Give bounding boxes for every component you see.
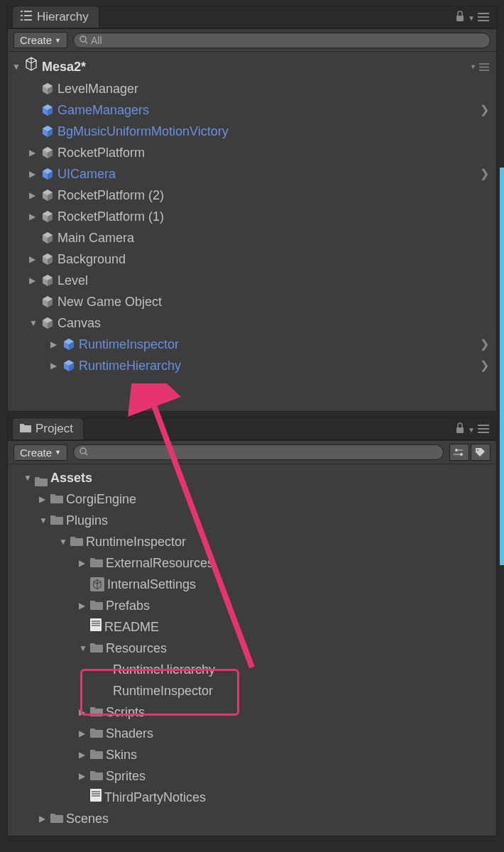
scene-header[interactable]: ▼ Mesa2* ▼	[9, 55, 495, 78]
folder-icon	[90, 639, 103, 657]
hierarchy-item[interactable]: ▶ RuntimeInspector ❯	[9, 334, 495, 355]
hierarchy-item[interactable]: ▶ RocketPlatform (1)	[9, 206, 495, 227]
fold-toggle[interactable]: ▶	[29, 165, 38, 183]
item-label: Resources	[106, 639, 167, 657]
project-panel: Project ▼ Create ▼	[7, 417, 497, 836]
project-item[interactable]: ▶ Skins	[9, 744, 495, 765]
lock-icon[interactable]	[455, 11, 465, 25]
fold-toggle[interactable]: ▶	[79, 767, 87, 785]
project-item[interactable]: InternalSettings	[9, 574, 495, 595]
project-item[interactable]: README	[9, 616, 495, 638]
filter-by-label-button[interactable]	[471, 444, 491, 461]
fold-toggle[interactable]: ▶	[29, 271, 38, 290]
project-item[interactable]: ThirdPartyNotices	[9, 787, 495, 808]
project-item[interactable]: ▼ RuntimeInspector	[9, 531, 495, 552]
create-button[interactable]: Create ▼	[13, 444, 67, 461]
item-label: Sprites	[106, 767, 146, 785]
hierarchy-item[interactable]: ▶ RocketPlatform	[9, 142, 495, 163]
gameobject-icon	[40, 146, 55, 160]
gameobject-icon	[40, 252, 55, 266]
item-label: RuntimeInspector	[113, 682, 213, 700]
project-tab[interactable]: Project	[12, 417, 84, 439]
gameobject-icon	[40, 167, 55, 181]
hierarchy-item[interactable]: ▶ RuntimeHierarchy ❯	[9, 355, 495, 376]
hierarchy-item[interactable]: LevelManager	[9, 78, 495, 99]
fold-toggle[interactable]: ▼	[79, 639, 87, 657]
fold-toggle[interactable]: ▶	[79, 746, 87, 764]
dropdown-arrow-icon[interactable]: ▼	[468, 14, 475, 22]
project-item[interactable]: ▶ Sprites	[9, 765, 495, 787]
hierarchy-item[interactable]: ▶ RocketPlatform (2)	[9, 185, 495, 206]
fold-toggle[interactable]: ▶	[29, 186, 38, 204]
fold-toggle[interactable]: ▼	[39, 511, 48, 530]
hierarchy-panel: Hierarchy ▼ Create ▼ All ▼	[7, 6, 497, 412]
item-label: Scripts	[106, 703, 145, 721]
assets-root[interactable]: ▼ Assets	[9, 467, 495, 488]
fold-toggle[interactable]: ▼	[12, 58, 21, 76]
hierarchy-item[interactable]: Main Camera	[9, 227, 495, 248]
project-item[interactable]: ▶ Shaders	[9, 723, 495, 744]
fold-toggle[interactable]: ▶	[29, 143, 38, 162]
hierarchy-tab[interactable]: Hierarchy	[12, 6, 99, 28]
hierarchy-item[interactable]: ▶ UICamera ❯	[9, 163, 495, 185]
create-button[interactable]: Create ▼	[13, 32, 67, 48]
chevron-right-icon[interactable]: ❯	[480, 335, 489, 354]
hierarchy-item[interactable]: GameManagers ❯	[9, 99, 495, 121]
project-item[interactable]: ▶ Scenes	[9, 808, 495, 829]
item-label: Skins	[106, 746, 137, 764]
gameobject-icon	[40, 273, 55, 288]
hierarchy-item[interactable]: ▶ Level	[9, 270, 495, 291]
project-item[interactable]: RuntimeInspector	[9, 680, 495, 701]
project-item[interactable]: ▶ CorgiEngine	[9, 488, 495, 510]
panel-menu-icon[interactable]	[478, 11, 489, 24]
chevron-right-icon[interactable]: ❯	[480, 101, 489, 119]
filter-by-type-button[interactable]	[449, 444, 469, 461]
fold-toggle[interactable]: ▶	[79, 703, 87, 721]
svg-point-3	[80, 448, 86, 454]
item-label: CorgiEngine	[66, 490, 136, 508]
chevron-right-icon[interactable]: ❯	[480, 165, 489, 183]
hierarchy-icon	[20, 10, 33, 24]
dropdown-arrow-icon[interactable]: ▼	[468, 426, 475, 434]
fold-toggle[interactable]: ▶	[29, 250, 38, 268]
project-item[interactable]: ▼ Resources	[9, 638, 495, 659]
menu-icon[interactable]	[479, 58, 489, 76]
item-label: Main Camera	[57, 229, 134, 247]
search-icon	[80, 35, 88, 46]
fold-toggle[interactable]: ▶	[29, 207, 38, 226]
chevron-right-icon[interactable]: ❯	[480, 356, 489, 375]
fold-toggle[interactable]: ▼	[23, 469, 32, 487]
fold-toggle[interactable]: ▶	[39, 809, 48, 828]
gameobject-icon	[40, 82, 55, 96]
fold-toggle[interactable]: ▼	[59, 532, 67, 551]
hierarchy-tab-row: Hierarchy ▼	[8, 6, 496, 29]
project-item[interactable]: ▶ Prefabs	[9, 595, 495, 616]
panel-menu-icon[interactable]	[478, 423, 489, 436]
gameobject-icon	[40, 295, 55, 309]
hierarchy-item[interactable]: ▶ Background	[9, 248, 495, 270]
fold-toggle[interactable]: ▶	[79, 554, 87, 572]
fold-toggle[interactable]: ▶	[50, 356, 59, 375]
hierarchy-search-input[interactable]: All	[73, 33, 491, 48]
hierarchy-item[interactable]: BgMusicUniformMotionVictory	[9, 121, 495, 142]
project-item[interactable]: ▶ Scripts	[9, 701, 495, 723]
project-search-input[interactable]	[73, 444, 444, 460]
lock-icon[interactable]	[455, 422, 465, 437]
fold-toggle[interactable]: ▶	[79, 596, 87, 615]
item-label: RuntimeHierarchy	[113, 660, 215, 679]
fold-toggle[interactable]: ▶	[39, 490, 48, 508]
item-label: LevelManager	[57, 80, 138, 98]
fold-toggle[interactable]: ▶	[50, 335, 59, 354]
hierarchy-item[interactable]: ▼ Canvas	[9, 312, 495, 334]
scene-name: Mesa2*	[42, 58, 86, 76]
project-item[interactable]: ▼ Plugins	[9, 510, 495, 531]
fold-toggle[interactable]: ▼	[29, 314, 38, 332]
project-item[interactable]: ▶ ExternalResources	[9, 552, 495, 574]
dropdown-arrow-icon: ▼	[55, 37, 61, 44]
dropdown-arrow-icon[interactable]: ▼	[470, 58, 476, 76]
project-item[interactable]: RuntimeHierarchy	[9, 659, 495, 680]
item-label: GameManagers	[57, 101, 149, 119]
fold-toggle[interactable]: ▶	[79, 724, 87, 743]
hierarchy-item[interactable]: New Game Object	[9, 291, 495, 312]
document-icon	[90, 618, 102, 636]
